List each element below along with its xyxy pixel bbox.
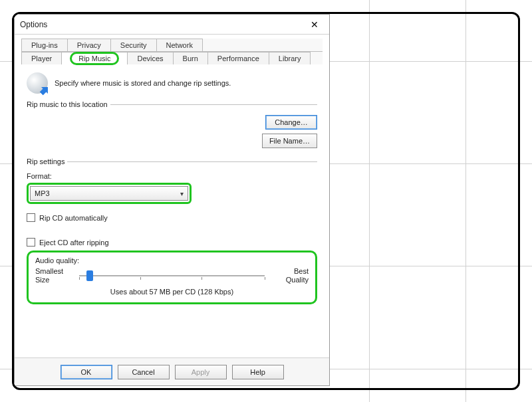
tab-performance[interactable]: Performance <box>207 52 269 64</box>
tab-rip-music[interactable]: Rip Music <box>61 52 128 64</box>
slider-thumb[interactable] <box>86 270 93 281</box>
options-dialog: Options ✕ Plug-ins Privacy Security Netw… <box>14 14 330 386</box>
cancel-button[interactable]: Cancel <box>118 365 170 379</box>
change-button[interactable]: Change… <box>265 115 317 130</box>
tab-library[interactable]: Library <box>269 52 311 64</box>
titlebar: Options ✕ <box>15 15 329 35</box>
dialog-footer: OK Cancel Apply Help <box>15 357 329 385</box>
tab-player[interactable]: Player <box>21 52 62 64</box>
eject-after-checkbox[interactable] <box>27 238 35 247</box>
audio-quality-desc: Uses about 57 MB per CD (128 Kbps) <box>35 288 309 296</box>
rip-settings-legend: Rip settings <box>27 157 67 165</box>
rip-music-icon <box>27 72 48 94</box>
audio-quality-legend: Audio quality: <box>35 256 309 264</box>
format-label: Format: <box>27 172 317 180</box>
slider-max-label: Best Quality <box>271 267 309 284</box>
rip-auto-label: Rip CD automatically <box>39 214 108 222</box>
description-text: Specify where music is stored and change… <box>55 79 231 87</box>
dialog-body: Specify where music is stored and change… <box>15 64 329 358</box>
tab-security[interactable]: Security <box>110 39 157 51</box>
tab-network[interactable]: Network <box>156 39 203 51</box>
close-button[interactable]: ✕ <box>305 17 324 32</box>
rip-auto-row: Rip CD automatically <box>27 213 317 222</box>
tab-devices[interactable]: Devices <box>127 52 173 64</box>
file-name-button[interactable]: File Name… <box>262 134 317 148</box>
tab-plugins[interactable]: Plug-ins <box>21 39 68 51</box>
audio-quality-slider[interactable] <box>79 269 265 282</box>
screenshot-frame: Options ✕ Plug-ins Privacy Security Netw… <box>12 12 520 390</box>
format-combobox[interactable]: MP3 ▾ <box>30 186 188 201</box>
rip-settings-group: Rip settings Format: MP3 ▾ Rip CD automa… <box>27 157 317 307</box>
format-value: MP3 <box>35 189 50 197</box>
help-button[interactable]: Help <box>232 365 284 379</box>
audio-quality-slider-row: Smallest Size Best Quality <box>35 267 309 284</box>
highlight-audio-quality: Audio quality: Smallest Size Best Qualit… <box>27 251 317 304</box>
highlight-rip-music-tab: Rip Music <box>70 52 119 65</box>
slider-track-line <box>79 275 265 276</box>
chevron-down-icon: ▾ <box>180 190 184 197</box>
close-icon: ✕ <box>311 19 319 30</box>
description-row: Specify where music is stored and change… <box>27 72 317 94</box>
tab-privacy[interactable]: Privacy <box>67 39 111 51</box>
rip-auto-checkbox[interactable] <box>27 213 35 222</box>
eject-after-row: Eject CD after ripping <box>27 238 317 247</box>
eject-after-label: Eject CD after ripping <box>39 239 109 247</box>
tab-burn[interactable]: Burn <box>173 52 208 64</box>
rip-location-group: Rip music to this location Change… File … <box>27 100 317 151</box>
slider-min-label: Smallest Size <box>35 267 72 284</box>
highlight-format-combo: MP3 ▾ <box>27 183 192 204</box>
rip-location-legend: Rip music to this location <box>27 100 110 108</box>
dialog-title: Options <box>20 20 47 29</box>
tab-row-top: Plug-ins Privacy Security Network <box>21 39 323 52</box>
tab-row-bottom: Player Rip Music Devices Burn Performanc… <box>21 52 323 64</box>
apply-button[interactable]: Apply <box>175 365 227 379</box>
ok-button[interactable]: OK <box>61 365 112 379</box>
